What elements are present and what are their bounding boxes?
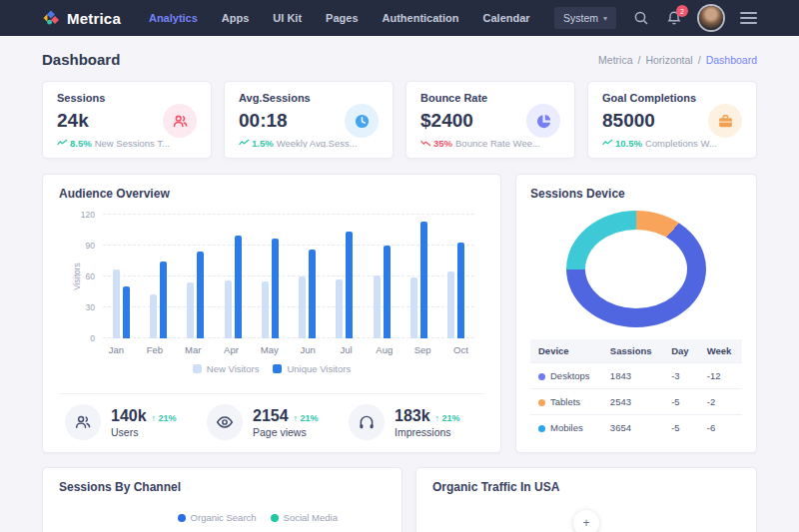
bar-unique-visitors xyxy=(384,246,391,338)
breadcrumb-item-metrica[interactable]: Metrica xyxy=(598,54,632,66)
search-icon xyxy=(633,10,649,26)
channel-legend: Organic SearchSocial Media xyxy=(59,512,386,523)
page-title: Dashboard xyxy=(42,51,120,68)
stat-card-bounce-rate: Bounce Rate $2400 35% Bounce Rate Wee... xyxy=(405,81,575,159)
bar-unique-visitors xyxy=(235,236,242,338)
nav-item-authentication[interactable]: Authentication xyxy=(383,12,459,24)
trend-indicator: 1.5% xyxy=(239,138,274,148)
nav-item-calendar[interactable]: Calendar xyxy=(483,12,530,24)
top-navbar: Metrica AnalyticsAppsUI KitPagesAuthenti… xyxy=(0,0,799,36)
bar-unique-visitors xyxy=(123,286,130,338)
breadcrumb-item-horizontal[interactable]: Horizontal xyxy=(645,54,692,66)
bar-unique-visitors xyxy=(346,232,353,338)
stat-card-sessions: Sessions 24k 8.5% New Sessions T... xyxy=(42,81,212,159)
bar-group-feb xyxy=(150,215,167,338)
bar-group-may xyxy=(262,215,279,338)
sessions-device-card: Sessions Device DeviceSassionsDayWeek De… xyxy=(515,174,757,453)
y-tick-label: 60 xyxy=(86,271,95,281)
legend-item-organic-search: Organic Search xyxy=(178,512,257,523)
bar-group-jul xyxy=(336,215,353,338)
device-dot xyxy=(538,399,545,406)
bar-new-visitors xyxy=(299,276,306,338)
legend-swatch xyxy=(193,364,202,373)
eye-icon xyxy=(207,404,243,440)
bar-new-visitors xyxy=(410,277,417,338)
day-cell: -3 xyxy=(663,363,699,389)
breadcrumb-item-dashboard[interactable]: Dashboard xyxy=(706,54,757,66)
nav-item-analytics[interactable]: Analytics xyxy=(149,12,198,24)
stat-value: $2400 xyxy=(420,110,473,132)
bar-group-jun xyxy=(299,215,316,338)
system-dropdown[interactable]: System ▾ xyxy=(554,7,616,29)
menu-toggle-button[interactable] xyxy=(740,12,757,24)
navbar-actions: System ▾ 2 xyxy=(554,6,757,30)
bar-new-visitors xyxy=(225,280,232,338)
brand-name: Metrica xyxy=(67,10,121,27)
trend-indicator: 10.5% xyxy=(602,138,642,148)
summary-label: Impressions xyxy=(395,426,460,438)
notifications-button[interactable]: 2 xyxy=(666,10,682,26)
summary-delta: ↑ 21% xyxy=(152,413,177,423)
device-dot xyxy=(538,425,545,432)
y-tick-label: 0 xyxy=(90,333,95,343)
week-cell: -6 xyxy=(699,415,742,441)
user-avatar[interactable] xyxy=(699,6,723,30)
summary-value: 140k xyxy=(111,407,147,425)
sessions-device-table: DeviceSassionsDayWeek Desktops1843-3-12T… xyxy=(530,339,742,440)
bar-new-visitors xyxy=(262,281,269,338)
device-table-header-row: DeviceSassionsDayWeek xyxy=(530,339,742,363)
x-tick-label: Aug xyxy=(374,344,395,355)
stat-desc-text: Weekly Avg.Sess... xyxy=(277,138,358,148)
stat-value: 85000 xyxy=(602,110,655,132)
table-row-desktops: Desktops1843-3-12 xyxy=(530,363,742,389)
x-tick-label: Feb xyxy=(144,344,165,355)
audience-bar-chart: Visitors 0306090120 xyxy=(103,215,474,338)
x-tick-label: Jan xyxy=(106,344,127,355)
search-button[interactable] xyxy=(633,10,649,26)
breadcrumb-separator: / xyxy=(638,54,641,66)
stat-cards-row: Sessions 24k 8.5% New Sessions T... xyxy=(42,81,757,159)
x-tick-label: Jul xyxy=(336,344,357,355)
bar-new-visitors xyxy=(150,294,157,338)
stat-desc-text: Bounce Rate Wee... xyxy=(455,138,540,148)
sassions-cell: 3654 xyxy=(602,415,663,441)
column-header-day: Day xyxy=(663,339,699,363)
summary-delta: ↑ 21% xyxy=(294,413,319,423)
nav-item-apps[interactable]: Apps xyxy=(222,12,250,24)
device-table-body: Desktops1843-3-12Tablets2543-5-2Mobiles3… xyxy=(530,363,742,441)
y-tick-label: 120 xyxy=(81,210,95,220)
metrica-logo-icon xyxy=(42,9,60,27)
bar-new-visitors xyxy=(447,271,454,338)
users-icon xyxy=(163,104,197,138)
legend-swatch xyxy=(273,364,282,373)
notification-badge: 2 xyxy=(676,5,688,17)
summary-users: 140k ↑ 21% Users xyxy=(59,404,201,440)
bar-unique-visitors xyxy=(160,262,167,339)
clock-icon xyxy=(345,104,379,138)
bar-group-mar xyxy=(187,215,204,338)
nav-item-ui-kit[interactable]: UI Kit xyxy=(273,12,302,24)
sessions-by-channel-card: Sessions By Channel Organic SearchSocial… xyxy=(42,467,402,532)
legend-dot xyxy=(178,514,186,522)
stat-label: Avg.Sessions xyxy=(239,92,379,104)
y-tick-label: 30 xyxy=(86,302,95,312)
trend-indicator: 35% xyxy=(420,138,452,148)
nav-item-pages[interactable]: Pages xyxy=(326,12,358,24)
bar-group-jan xyxy=(113,215,130,338)
legend-item-social-media: Social Media xyxy=(271,512,338,523)
page-header: Dashboard Metrica/Horizontal/Dashboard xyxy=(0,36,799,81)
summary-label: Page views xyxy=(253,426,319,438)
device-cell: Mobiles xyxy=(530,415,602,441)
sassions-cell: 2543 xyxy=(602,389,663,415)
audience-overview-title: Audience Overview xyxy=(59,187,484,201)
legend-label: Unique Visitors xyxy=(287,363,351,374)
week-cell: -12 xyxy=(699,363,742,389)
table-row-tablets: Tablets2543-5-2 xyxy=(530,389,742,415)
summary-value: 2154 xyxy=(253,407,289,425)
column-header-sassions: Sassions xyxy=(602,339,663,363)
stat-label: Bounce Rate xyxy=(420,92,560,104)
brand-logo[interactable]: Metrica xyxy=(42,9,121,27)
bar-new-visitors xyxy=(374,275,381,338)
map-zoom-in-button[interactable]: + xyxy=(573,510,599,532)
bar-new-visitors xyxy=(187,282,194,338)
